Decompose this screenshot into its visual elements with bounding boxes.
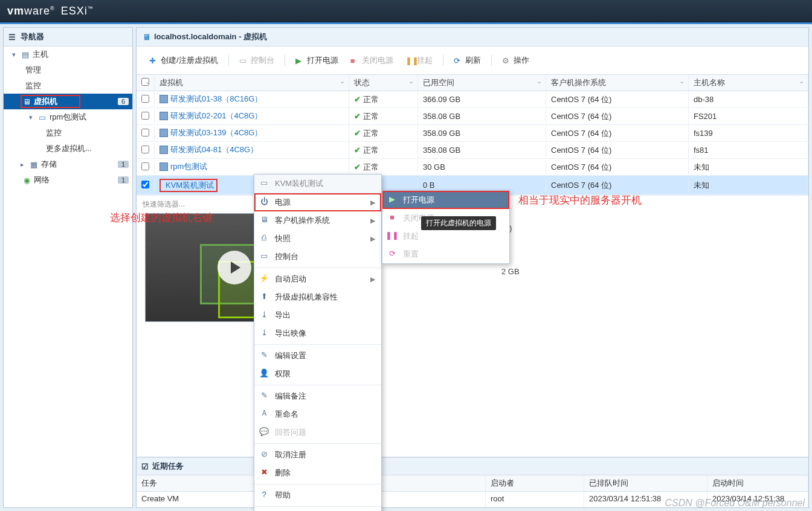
ctx-item-auto[interactable]: ⚡自动启动▶	[254, 270, 381, 288]
vm-row[interactable]: 研发测试03-139（4C8G）✔正常358.09 GBCentOS 7 (64…	[137, 125, 808, 142]
grid-header: 虚拟机 状态 已用空间 客户机操作系统 主机名称	[137, 75, 808, 91]
guest-icon: 🖥	[259, 214, 269, 224]
nav-vm-monitor[interactable]: 监控	[4, 125, 132, 141]
ctx-item-console[interactable]: ▭控制台	[254, 248, 381, 266]
ctx-item-snapshot[interactable]: ⎙快照▶	[254, 230, 381, 248]
row-checkbox[interactable]	[141, 95, 149, 103]
exportWith-icon: ⤓	[259, 327, 269, 337]
ctx-item-power[interactable]: ⏻电源▶	[254, 193, 381, 211]
nav-storage[interactable]: ▸ ▦ 存储 1	[4, 156, 132, 172]
cell-os: CentOS 7 (64 位)	[546, 143, 689, 158]
ctx-item-notes[interactable]: ✎编辑备注	[254, 387, 381, 405]
cell-name[interactable]: 研发测试04-81（4C8G）	[155, 142, 349, 158]
tcol-queued[interactable]: 已排队时间	[584, 475, 707, 491]
brand-logo: vmware® ESXi™	[0, 0, 101, 22]
vm-row[interactable]: rpm包测试✔正常30 GBCentOS 7 (64 位)未知	[137, 159, 808, 176]
cell-os: CentOS 7 (64 位)	[546, 178, 689, 193]
nav-host[interactable]: ▾ ▤ 主机	[4, 47, 132, 62]
nav-monitor[interactable]: 监控	[4, 78, 132, 94]
navigator-icon: ☰	[8, 33, 17, 41]
play-overlay-icon[interactable]	[218, 251, 251, 284]
edit-icon: ✎	[259, 350, 269, 359]
power-icon: ⏻	[259, 196, 269, 206]
col-checkbox[interactable]	[137, 76, 155, 90]
export-icon: ⤓	[259, 309, 269, 319]
col-hostname[interactable]: 主机名称	[689, 75, 808, 91]
nav-more-vms[interactable]: 更多虚拟机...	[4, 141, 132, 156]
nav-network[interactable]: ◉ 网络 1	[4, 172, 132, 188]
stop-icon: ■	[350, 56, 359, 65]
vm-row[interactable]: 研发测试02-201（4C8G）✔正常358.08 GBCentOS 7 (64…	[137, 108, 808, 125]
nav-vms[interactable]: 🖥 虚拟机 6	[4, 94, 132, 109]
vm-icon	[160, 129, 168, 137]
status-ok-icon: ✔	[354, 162, 361, 172]
cell-state: ✔正常	[349, 92, 418, 108]
ctx-item-edit[interactable]: ✎编辑设置	[254, 347, 381, 365]
host-icon: ▤	[21, 50, 30, 59]
cell-state: ✔正常	[349, 109, 418, 124]
tcol-started[interactable]: 启动时间	[707, 475, 808, 491]
cell-space: 358.08 GB	[418, 143, 546, 157]
ctx-power-play[interactable]: ▶打开电源	[382, 191, 509, 209]
power-off-button[interactable]: ■关闭电源	[346, 53, 398, 68]
ctx-item-exportWith[interactable]: ⤓导出映像	[254, 324, 381, 342]
cell-os: CentOS 7 (64 位)	[546, 159, 689, 175]
toolbar: ✚创建/注册虚拟机 ▭控制台 ▶打开电源 ■关闭电源 ❚❚挂起 ⟳刷新 ⚙操作	[137, 47, 808, 74]
reset-icon: ⟳	[387, 248, 397, 258]
row-checkbox[interactable]	[141, 112, 149, 120]
ctx-item-export[interactable]: ⤓导出	[254, 306, 381, 324]
ctx-item-help[interactable]: ?帮助	[254, 486, 381, 504]
row-checkbox[interactable]	[141, 181, 149, 188]
ctx-item-perm[interactable]: 👤权限	[254, 365, 381, 383]
nav-vm-rpm[interactable]: ▾ ▭ rpm包测试	[4, 109, 132, 125]
status-ok-icon: ✔	[354, 146, 361, 155]
select-all-checkbox[interactable]	[141, 78, 149, 86]
help-icon: ?	[259, 489, 269, 499]
delete-icon: ✖	[259, 467, 269, 477]
page-title-bar: 🖥 localhost.localdomain - 虚拟机	[137, 28, 808, 47]
create-icon: ✚	[149, 56, 158, 65]
vm-row[interactable]: 研发测试04-81（4C8G）✔正常358.08 GBCentOS 7 (64 …	[137, 142, 808, 159]
col-state[interactable]: 状态	[349, 75, 418, 91]
ctx-item-delete[interactable]: ✖删除	[254, 464, 381, 482]
row-checkbox[interactable]	[141, 129, 149, 137]
cell-space: 358.08 GB	[418, 109, 546, 123]
storage-icon: ▦	[29, 159, 39, 169]
col-os[interactable]: 客户机操作系统	[546, 75, 689, 91]
refresh-button[interactable]: ⟳刷新	[450, 53, 485, 68]
actions-button[interactable]: ⚙操作	[498, 53, 533, 68]
row-checkbox[interactable]	[141, 146, 149, 153]
ctx-item-rename[interactable]: Ａ重命名	[254, 405, 381, 423]
nav-manage[interactable]: 管理	[4, 62, 132, 78]
cell-state: ✔正常	[349, 159, 418, 175]
ctx-item-upgrade[interactable]: ⬆升级虚拟机兼容性	[254, 288, 381, 306]
row-checkbox[interactable]	[141, 162, 149, 170]
ctx-item-unreg[interactable]: ⊘取消注册	[254, 446, 381, 464]
vm-row[interactable]: 研发测试01-38（8C16G）✔正常366.09 GBCentOS 7 (64…	[137, 91, 808, 108]
console-button[interactable]: ▭控制台	[235, 53, 279, 68]
ctx-item-guest[interactable]: 🖥客户机操作系统▶	[254, 211, 381, 230]
sidebar-title: 导航器	[21, 31, 44, 42]
recent-tasks: ☑近期任务 任务 启动者 已排队时间 启动时间 Create VM 测试 roo…	[137, 457, 808, 507]
page-title: localhost.localdomain - 虚拟机	[154, 31, 267, 42]
nav-tree: ▾ ▤ 主机 管理 监控 🖥 虚拟机 6 ▾ ▭ rpm包测试 监控 更多虚拟机…	[4, 47, 132, 507]
col-name[interactable]: 虚拟机	[155, 75, 349, 91]
perm-icon: 👤	[259, 368, 269, 378]
ctx-item-newwin[interactable]: ❐在新窗口中打开	[254, 509, 381, 511]
tasks-row[interactable]: Create VM 测试 root 2023/03/14 12:51:38 20…	[137, 492, 808, 507]
power-on-button[interactable]: ▶打开电源	[291, 53, 343, 68]
suspend-button[interactable]: ❚❚挂起	[401, 53, 437, 68]
cell-name[interactable]: 研发测试02-201（4C8G）	[155, 108, 349, 124]
cell-hostname: fs139	[689, 126, 808, 140]
col-space[interactable]: 已用空间	[418, 75, 546, 91]
cell-name[interactable]: rpm包测试	[155, 159, 349, 175]
caret-down-icon: ▾	[27, 114, 35, 121]
tasks-header[interactable]: ☑近期任务	[137, 458, 808, 475]
status-ok-icon: ✔	[354, 129, 361, 138]
caret-down-icon: ▾	[10, 51, 18, 59]
cell-name[interactable]: 研发测试01-38（8C16G）	[155, 91, 349, 108]
create-vm-button[interactable]: ✚创建/注册虚拟机	[145, 53, 222, 68]
tcol-initiator[interactable]: 启动者	[486, 475, 584, 491]
cell-os: CentOS 7 (64 位)	[546, 92, 689, 108]
cell-name[interactable]: 研发测试03-139（4C8G）	[155, 125, 349, 141]
